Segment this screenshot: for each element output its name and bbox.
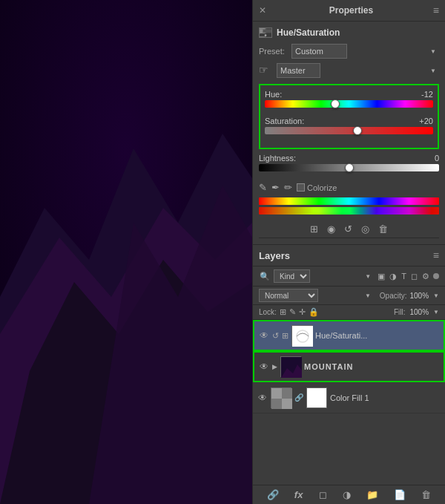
fx-icon[interactable]: fx [294,489,303,500]
shape-icon[interactable]: ◻ [410,271,418,282]
mountain-background [0,0,252,504]
layers-toolbar: 🔍 Kind ▣ ◑ T ◻ ⚙ [253,266,445,287]
lock-label: Lock: [259,308,277,316]
layers-bottom-bar: 🔗 fx ◻ ◑ 📁 📄 🗑 [253,485,445,504]
lightness-track-container[interactable] [259,164,439,177]
layer-item[interactable]: 👁 ↺ ⊞ Hue/Saturati... [253,320,445,351]
layer-item[interactable]: 👁 ▶ MOUNTAIN [253,351,445,382]
svg-rect-9 [292,326,313,347]
link-layers-icon[interactable]: 🔗 [267,489,279,500]
layer-name-3: Color Fill 1 [330,393,441,402]
smart-icon[interactable]: ⚙ [421,271,430,282]
hue-row: Hue: -12 [265,90,433,99]
properties-layers-icon[interactable]: ⊞ [310,223,318,235]
layers-list: 👁 ↺ ⊞ Hue/Saturati... 👁 ▶ [253,320,445,485]
saturation-value: +20 [412,117,433,125]
pixel-icon[interactable]: ▣ [377,271,386,282]
master-hand-icon: ☞ [259,64,272,77]
hue-label: Hue: [265,90,282,99]
mask-icon[interactable]: ◻ [319,489,327,500]
hue-thumb[interactable] [331,99,340,108]
blend-select-wrapper: Normal Multiply Screen Overlay Dissolve [259,289,374,302]
kind-select-wrapper: Kind [274,269,374,283]
tools-row: ✎ ✒ ✏ Colorize [259,182,439,193]
layer-visibility-1[interactable]: 👁 [259,330,269,341]
hue-track [265,100,433,108]
preset-label: Preset: [259,47,287,56]
layer-thumb-2 [280,356,301,377]
opacity-dropdown-arrow[interactable]: ▼ [433,292,439,299]
saturation-track-container[interactable] [265,127,433,140]
preset-select[interactable]: Custom Default Cyanotype Sepia [291,44,347,59]
lightness-label: Lightness: [259,154,296,163]
hue-track-container[interactable] [265,100,433,114]
close-button[interactable]: ✕ [259,5,266,16]
lock-row: Lock: ⊞ ✎ ✛ 🔒 Fill: 100% ▼ [253,305,445,320]
spectrum-bars [259,197,439,215]
layer-link-icon-3[interactable]: 🔗 [294,393,303,402]
prop-header: Hue/Saturation [259,27,439,38]
panel-titlebar: ✕ Properties ≡ [253,0,445,22]
search-icon[interactable]: 🔍 [259,271,271,282]
properties-section: Hue/Saturation Preset: Custom Default Cy… [253,22,445,244]
type-icon[interactable]: T [400,271,407,281]
blend-mode-row: Normal Multiply Screen Overlay Dissolve … [253,287,445,305]
colorize-check: Colorize [297,183,337,192]
group-icon[interactable]: 📁 [366,489,378,500]
adjustment-icon[interactable]: ◑ [343,489,351,500]
lock-draw-icon[interactable]: ✎ [289,307,296,317]
layer-thumb-1 [291,325,312,346]
new-layer-icon[interactable]: 📄 [394,489,406,500]
layer-visibility-2[interactable]: 👁 [259,361,269,372]
dot-indicator [433,273,439,279]
master-select[interactable]: Master Reds Yellows Greens Cyans Blues M… [277,63,320,78]
layers-menu-icon[interactable]: ≡ [433,249,439,261]
layers-header: Layers ≡ [253,245,445,266]
kind-select[interactable]: Kind [274,269,310,283]
fill-value[interactable]: 100% [410,308,429,316]
lock-move-icon[interactable]: ✛ [299,307,306,317]
layers-title: Layers [259,250,290,261]
spectrum-bar-top [259,197,439,205]
colorize-checkbox[interactable] [297,183,305,192]
saturation-row: Saturation: +20 [265,117,433,125]
eyedropper-minus-icon[interactable]: ✏ [284,182,292,193]
layer-item[interactable]: 👁 🔗 Color Fill 1 [253,382,445,413]
properties-delete-icon[interactable]: 🗑 [378,223,388,235]
fill-label: Fill: [394,308,406,316]
opacity-value[interactable]: 100% [410,292,429,300]
opacity-label: Opacity: [380,292,407,300]
fill-dropdown-arrow[interactable]: ▼ [433,309,439,315]
lightness-value: 0 [418,154,439,163]
layer-visibility-3[interactable]: 👁 [257,393,268,403]
layer-thumb-fill-3 [306,387,327,408]
lightness-thumb[interactable] [345,163,354,172]
properties-eye-icon[interactable]: ◉ [327,223,335,235]
eyedropper-plus-icon[interactable]: ✒ [271,182,280,193]
svg-point-8 [265,34,267,36]
saturation-thumb[interactable] [353,126,362,135]
lock-icons: ⊞ ✎ ✛ 🔒 [280,307,319,317]
panel-menu-icon[interactable]: ≡ [433,4,439,16]
properties-reset-icon[interactable]: ↺ [344,223,352,235]
colorize-label: Colorize [307,183,337,192]
delete-layer-icon[interactable]: 🗑 [421,489,431,500]
master-select-wrapper: Master Reds Yellows Greens Cyans Blues M… [277,63,439,78]
layer-name-1: Hue/Saturati... [315,331,439,340]
preset-row: Preset: Custom Default Cyanotype Sepia [259,44,439,59]
blend-mode-select[interactable]: Normal Multiply Screen Overlay Dissolve [259,289,318,302]
adjust-icon[interactable]: ◑ [389,271,398,282]
lock-pixel-icon[interactable]: ⊞ [280,307,286,317]
main-panel: ✕ Properties ≡ Hue/Saturation Preset: Cu… [252,0,445,504]
eyedropper-icon[interactable]: ✎ [259,182,267,193]
svg-rect-14 [271,388,282,399]
layer-thumb-3 [271,387,291,408]
preset-select-wrapper: Custom Default Cyanotype Sepia [291,44,439,59]
layers-section: Layers ≡ 🔍 Kind ▣ ◑ T ◻ ⚙ Normal Multipl [253,245,445,504]
layer-link-icon-1[interactable]: ↺ [272,331,279,341]
properties-visibility-icon[interactable]: ◎ [361,223,369,235]
layer-expand-arrow-2[interactable]: ▶ [272,363,277,370]
layer-type-icon-1: ⊞ [282,331,289,341]
lock-all-icon[interactable]: 🔒 [309,307,319,317]
master-row: ☞ Master Reds Yellows Greens Cyans Blues… [259,63,439,78]
